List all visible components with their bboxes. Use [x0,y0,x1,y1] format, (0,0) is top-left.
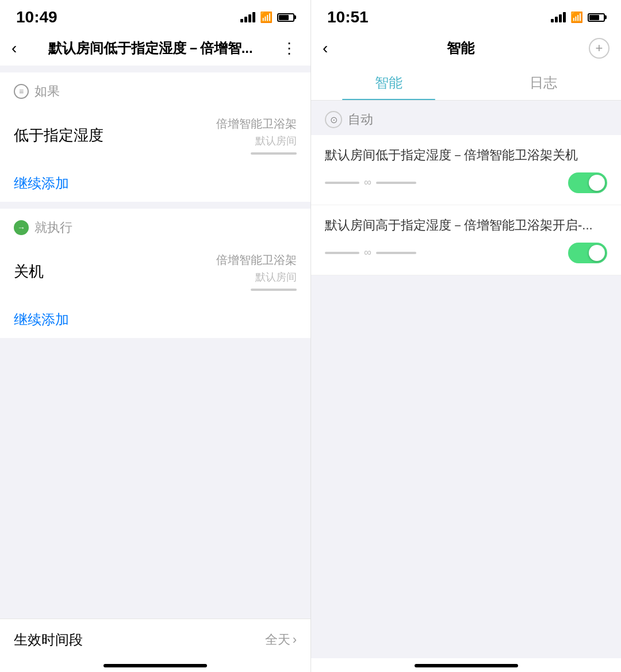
status-time-right: 10:51 [327,8,369,26]
link-icon-2: ∞ [364,247,371,259]
left-phone: 10:49 📶 ‹ 默认房间低于指定湿度－倍增智... ⋮ ≡ 如果 低于指定湿… [0,0,310,672]
back-button-right[interactable]: ‹ [323,37,332,60]
tab-smart[interactable]: 智能 [311,66,466,100]
time-range-value[interactable]: 全天 › [265,631,297,648]
add-condition-button[interactable]: 继续添加 [0,165,310,202]
auto-section-header: ⊙ 自动 [311,101,621,135]
page-title-left: 默认房间低于指定湿度－倍增智... [21,39,279,57]
status-icons-left: 📶 [240,11,294,24]
action-device-room: 默认房间 [255,270,297,284]
toggle-2[interactable] [568,243,607,263]
condition-device-name: 倍增智能卫浴架 [216,116,297,132]
condition-device-room: 默认房间 [255,134,297,148]
then-label: 就执行 [34,219,72,236]
if-icon: ≡ [14,84,29,99]
add-action-button[interactable]: 继续添加 [0,301,310,338]
divider-top-left [0,66,310,72]
meta-bar-2a [325,252,359,254]
page-title-right: 智能 [332,39,589,57]
condition-row[interactable]: 低于指定湿度 倍增智能卫浴架 默认房间 [0,106,310,165]
status-bar-right: 10:51 📶 [311,0,621,31]
battery-icon [277,13,294,22]
add-button-right[interactable]: + [589,38,610,59]
then-section-header: → 就执行 [0,209,310,242]
smart-card-2-meta: ∞ [325,247,416,259]
condition-device: 倍增智能卫浴架 默认房间 [216,116,297,155]
home-indicator-left [103,664,207,667]
action-device-bar [251,289,297,291]
smart-card-2[interactable]: 默认房间高于指定湿度－倍增智能卫浴架开启-... ∞ [311,205,621,275]
status-icons-right: 📶 [551,11,605,24]
smart-card-1[interactable]: 默认房间低于指定湿度－倍增智能卫浴架关机 ∞ [311,135,621,205]
action-device-name: 倍增智能卫浴架 [216,252,297,268]
auto-icon: ⊙ [325,111,342,128]
smart-card-2-footer: ∞ [325,243,607,263]
wifi-icon: 📶 [260,11,273,24]
status-time-left: 10:49 [16,8,57,26]
nav-bar-right: ‹ 智能 + [311,31,621,66]
action-label: 关机 [14,262,44,282]
smart-card-1-meta: ∞ [325,176,416,189]
right-content: ⊙ 自动 默认房间低于指定湿度－倍增智能卫浴架关机 ∞ 默认房间高于指定湿度－倍… [311,101,621,658]
divider-middle-left [0,202,310,209]
right-phone: 10:51 📶 ‹ 智能 + 智能 日志 ⊙ 自 [310,0,621,672]
link-icon-1: ∞ [364,176,371,189]
action-device: 倍增智能卫浴架 默认房间 [216,252,297,291]
signal-icon-right [551,12,566,22]
nav-bar-left: ‹ 默认房间低于指定湿度－倍增智... ⋮ [0,31,310,66]
condition-device-bar [251,152,297,155]
bottom-bar-left: 生效时间段 全天 › [0,619,310,658]
smart-card-1-title: 默认房间低于指定湿度－倍增智能卫浴架关机 [325,147,607,164]
condition-label: 低于指定湿度 [14,125,103,145]
battery-icon-right [588,13,605,22]
signal-icon [240,12,255,22]
smart-card-1-footer: ∞ [325,172,607,193]
toggle-1[interactable] [568,172,607,193]
meta-bar-2b [376,252,416,254]
more-button-left[interactable]: ⋮ [279,37,299,60]
home-indicator-right [415,664,518,667]
auto-label: 自动 [348,111,373,128]
if-label: 如果 [34,83,60,100]
then-icon: → [14,220,29,235]
tab-bar-right: 智能 日志 [311,66,621,101]
status-bar-left: 10:49 📶 [0,0,310,31]
action-row[interactable]: 关机 倍增智能卫浴架 默认房间 [0,242,310,301]
back-button-left[interactable]: ‹ [12,37,21,60]
smart-card-2-title: 默认房间高于指定湿度－倍增智能卫浴架开启-... [325,217,607,235]
if-section-header: ≡ 如果 [0,72,310,106]
time-range-label: 生效时间段 [14,631,83,649]
wifi-icon-right: 📶 [570,11,583,24]
meta-bar-1b [376,182,416,184]
meta-bar-1a [325,182,359,184]
content-spacer-left [0,338,310,619]
tab-log[interactable]: 日志 [466,66,622,100]
content-spacer-right [311,275,621,505]
